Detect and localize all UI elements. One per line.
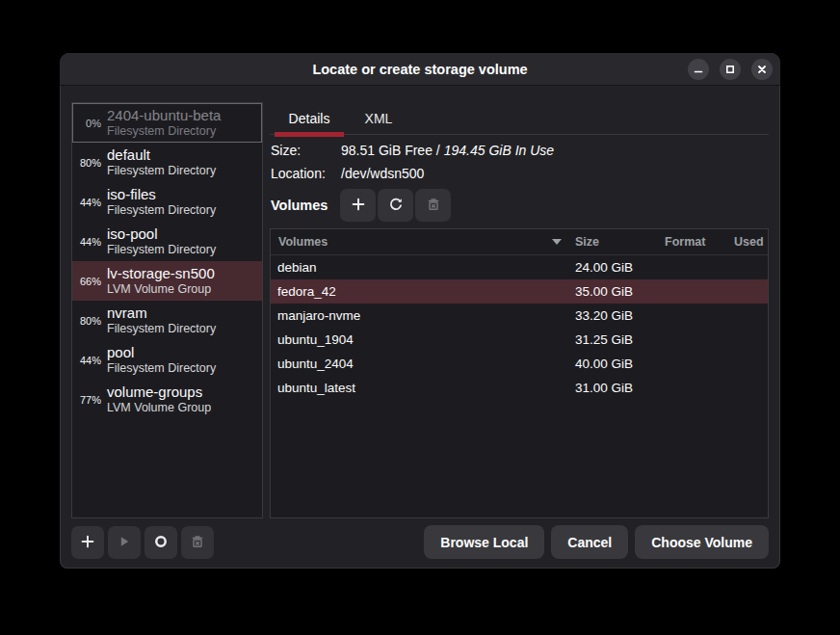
volumes-label: Volumes (271, 198, 340, 213)
cancel-button[interactable]: Cancel (551, 525, 628, 559)
stop-icon (153, 534, 169, 552)
pool-toolbar (71, 526, 214, 559)
choose-volume-button[interactable]: Choose Volume (635, 525, 769, 559)
pool-name: iso-files (107, 186, 216, 203)
trash-icon (426, 197, 441, 215)
volume-size: 31.25 GiB (567, 332, 657, 347)
pool-usage-percent: 44% (72, 355, 101, 366)
column-header-size[interactable]: Size (567, 235, 657, 249)
sort-descending-icon (552, 239, 562, 245)
pool-usage-percent: 80% (72, 315, 101, 327)
volumes-header: Volumes (271, 189, 453, 222)
titlebar[interactable]: Locate or create storage volume (60, 53, 780, 86)
dialog-footer: Browse Local Cancel Choose Volume (424, 525, 769, 559)
column-header-format[interactable]: Format (657, 235, 726, 249)
size-label: Size: (271, 143, 341, 158)
pool-list-item[interactable]: 80% default Filesystem Directory (72, 143, 262, 182)
pool-list-item[interactable]: 0% 2404-ubuntu-beta Filesystem Directory (72, 103, 262, 143)
plus-icon (80, 534, 95, 552)
minimize-icon (692, 63, 705, 76)
pool-usage-percent: 80% (72, 157, 101, 169)
pool-name: volume-groups (107, 384, 211, 401)
pool-type: LVM Volume Group (107, 282, 215, 297)
location-row: Location: /dev/wdsn500 (271, 165, 424, 182)
delete-pool-button[interactable] (181, 526, 214, 559)
pool-name: iso-pool (107, 225, 216, 243)
location-value: /dev/wdsn500 (341, 166, 424, 181)
close-icon (755, 63, 769, 76)
delete-volume-button[interactable] (415, 189, 451, 222)
volume-size: 31.00 GiB (567, 381, 657, 395)
pool-list-item[interactable]: 44% pool Filesystem Directory (72, 340, 262, 380)
volume-name: ubuntu_2404 (271, 357, 567, 371)
pool-list-item[interactable]: 44% iso-files Filesystem Directory (72, 182, 262, 222)
add-pool-button[interactable] (71, 526, 104, 559)
volume-row[interactable]: ubuntu_1904 31.25 GiB (271, 328, 768, 352)
pool-list-item[interactable]: 66% lv-storage-sn500 LVM Volume Group (72, 261, 262, 301)
pool-name: nvram (107, 304, 216, 322)
pool-name: default (107, 146, 216, 164)
volumes-table-header: Volumes Size Format Used (271, 229, 768, 255)
tab-xml[interactable]: XML (344, 102, 413, 135)
storage-pool-list: 0% 2404-ubuntu-beta Filesystem Directory… (71, 102, 263, 518)
volume-name: ubuntu_1904 (271, 332, 567, 347)
volume-name: ubuntu_latest (271, 381, 567, 395)
volume-row[interactable]: ubuntu_2404 40.00 GiB (271, 352, 768, 376)
pool-type: Filesystem Directory (107, 322, 216, 336)
stop-pool-button[interactable] (144, 526, 177, 559)
volumes-table-body: debian 24.00 GiB fedora_42 35.00 GiB man… (271, 255, 768, 400)
size-value: 98.51 GiB Free /194.45 GiB In Use (341, 143, 554, 158)
refresh-volumes-button[interactable] (378, 189, 413, 222)
volume-size: 35.00 GiB (567, 284, 657, 299)
pool-list-item[interactable]: 77% volume-groups LVM Volume Group (72, 380, 262, 419)
volume-row[interactable]: fedora_42 35.00 GiB (271, 279, 768, 304)
add-volume-button[interactable] (340, 189, 376, 222)
pool-type: Filesystem Directory (107, 164, 216, 178)
volume-row[interactable]: ubuntu_latest 31.00 GiB (271, 376, 768, 400)
pool-usage-percent: 0% (72, 118, 101, 129)
minimize-button[interactable] (688, 59, 709, 80)
volume-name: fedora_42 (271, 284, 567, 299)
volumes-table: Volumes Size Format Used debian 24.00 Gi… (270, 228, 769, 518)
close-button[interactable] (751, 59, 773, 80)
tab-details[interactable]: Details (275, 102, 344, 135)
pool-list-item[interactable]: 80% nvram Filesystem Directory (72, 301, 262, 340)
volume-row[interactable]: debian 24.00 GiB (271, 255, 768, 279)
tab-bar: Details XML (270, 102, 769, 135)
storage-volume-dialog: Locate or create storage volume (60, 53, 780, 569)
pool-usage-percent: 44% (72, 236, 101, 248)
column-header-used[interactable]: Used (726, 235, 768, 249)
pool-type: Filesystem Directory (107, 361, 216, 376)
plus-icon (351, 197, 366, 215)
volume-size: 24.00 GiB (567, 260, 657, 275)
trash-icon (190, 534, 205, 552)
volume-name: manjaro-nvme (271, 308, 567, 323)
volume-row[interactable]: manjaro-nvme 33.20 GiB (271, 304, 768, 328)
pool-name: pool (107, 344, 216, 361)
browse-local-button[interactable]: Browse Local (424, 525, 544, 559)
pool-name: 2404-ubuntu-beta (107, 107, 221, 124)
pool-type: Filesystem Directory (107, 243, 216, 257)
volume-name: debian (271, 260, 567, 275)
window-controls (688, 59, 773, 80)
volume-size: 40.00 GiB (567, 357, 657, 371)
pool-usage-percent: 44% (72, 197, 101, 208)
refresh-icon (388, 197, 404, 215)
column-header-volumes[interactable]: Volumes (271, 235, 567, 249)
pool-name: lv-storage-sn500 (107, 265, 215, 282)
size-row: Size: 98.51 GiB Free /194.45 GiB In Use (271, 142, 554, 159)
pool-type: Filesystem Directory (107, 124, 221, 139)
window-title: Locate or create storage volume (312, 62, 527, 77)
location-label: Location: (271, 166, 341, 181)
maximize-button[interactable] (720, 59, 741, 80)
pool-type: Filesystem Directory (107, 203, 216, 218)
pool-type: LVM Volume Group (107, 401, 211, 415)
pool-list-item[interactable]: 44% iso-pool Filesystem Directory (72, 222, 262, 261)
start-pool-button[interactable] (108, 526, 141, 559)
play-icon (117, 534, 132, 552)
volume-size: 33.20 GiB (567, 308, 657, 323)
pool-usage-percent: 66% (72, 276, 101, 287)
pool-usage-percent: 77% (72, 394, 101, 406)
maximize-icon (723, 63, 737, 76)
